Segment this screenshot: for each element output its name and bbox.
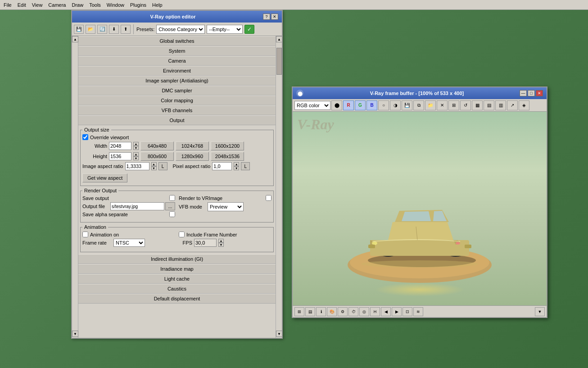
get-view-aspect-button[interactable]: Get view aspect	[82, 173, 127, 182]
save-alpha-checkbox[interactable]	[169, 211, 175, 217]
fb-folder-btn[interactable]: 📁	[425, 100, 436, 110]
image-aspect-up[interactable]: ▲	[151, 162, 157, 166]
browse-button[interactable]: ...	[165, 202, 175, 210]
category-select[interactable]: Choose Category	[156, 25, 205, 34]
section-color-mapping[interactable]: Color mapping	[78, 95, 276, 105]
section-output[interactable]: Output	[78, 115, 276, 125]
fb-bottom-btn3[interactable]: ℹ	[316, 307, 326, 316]
scroll-thumb[interactable]	[276, 48, 282, 75]
menu-item-plugins[interactable]: Plugins	[127, 2, 149, 8]
menu-item-edit[interactable]: Edit	[15, 2, 29, 8]
toolbar-open-btn[interactable]: 📂	[86, 25, 95, 34]
pixel-aspect-up[interactable]: ▲	[234, 162, 239, 166]
fb-bottom-btn8[interactable]: H	[370, 307, 380, 316]
apply-button[interactable]: ✓	[244, 25, 254, 34]
image-aspect-down[interactable]: ▼	[151, 166, 157, 170]
save-output-checkbox[interactable]	[169, 195, 175, 201]
fb-copy-btn[interactable]: ⧉	[413, 100, 424, 110]
menu-item-help[interactable]: Help	[149, 2, 165, 8]
preset-1024x768[interactable]: 1024x768	[176, 141, 209, 150]
image-aspect-input[interactable]	[125, 162, 149, 170]
section-caustics[interactable]: Caustics	[78, 284, 276, 294]
fps-down[interactable]: ▼	[218, 243, 224, 247]
width-up[interactable]: ▲	[133, 142, 139, 146]
fb-close-button[interactable]: ✕	[536, 90, 543, 96]
animation-on-checkbox[interactable]	[82, 232, 88, 237]
fb-half-circle-btn[interactable]: ◑	[390, 100, 401, 110]
vfb-mode-select[interactable]: Preview Full	[208, 202, 244, 211]
fb-bottom-btn7[interactable]: ◎	[359, 307, 369, 316]
toolbar-btn5[interactable]: ⬆	[121, 25, 131, 34]
fb-circle-btn[interactable]: ○	[378, 100, 389, 110]
include-frame-checkbox[interactable]	[179, 232, 185, 237]
width-input[interactable]	[109, 142, 131, 150]
fb-bottom-btn12[interactable]: ≋	[413, 307, 423, 316]
empty-select[interactable]: --Empty--	[207, 25, 243, 34]
output-file-input[interactable]	[110, 202, 164, 210]
right-scroll-up[interactable]: ▲	[276, 36, 282, 42]
section-light-cache[interactable]: Light cache	[78, 274, 276, 284]
height-input[interactable]	[109, 152, 131, 160]
render-to-vrimage-checkbox[interactable]	[266, 195, 271, 201]
fb-minimize-button[interactable]: —	[520, 90, 527, 96]
fb-restore-button[interactable]: □	[528, 90, 535, 96]
image-aspect-lock[interactable]: L	[158, 162, 167, 170]
fb-r-btn[interactable]: R	[343, 100, 354, 110]
section-irradiance-map[interactable]: Irradiance map	[78, 264, 276, 274]
section-system[interactable]: System	[78, 46, 276, 56]
menu-item-tools[interactable]: Tools	[86, 2, 104, 8]
pixel-aspect-input[interactable]	[212, 162, 232, 170]
fb-bottom-btn4[interactable]: 🎨	[327, 307, 337, 316]
frame-rate-select[interactable]: NTSC PAL Film Custom	[113, 239, 145, 247]
menu-item-camera[interactable]: Camera	[45, 2, 68, 8]
fb-tool7[interactable]: ◈	[519, 100, 529, 110]
fb-expand-button[interactable]: ▼	[535, 307, 545, 316]
section-camera[interactable]: Camera	[78, 56, 276, 66]
menu-item-view[interactable]: View	[29, 2, 45, 8]
color-mode-select[interactable]: RGB color Alpha Luminance	[294, 101, 330, 110]
fb-tool2[interactable]: ↺	[460, 100, 471, 110]
fb-bottom-btn9[interactable]: ◀	[381, 307, 391, 316]
fb-tool5[interactable]: ▥	[495, 100, 506, 110]
help-button[interactable]: ?	[263, 14, 270, 20]
height-up[interactable]: ▲	[133, 152, 139, 156]
fb-tool1[interactable]: ⊞	[448, 100, 459, 110]
section-vfb-channels[interactable]: VFB channels	[78, 105, 276, 115]
toolbar-refresh-btn[interactable]: 🔄	[97, 25, 107, 34]
toolbar-btn4[interactable]: ⬇	[109, 25, 119, 34]
preset-2048x1536[interactable]: 2048x1536	[211, 152, 244, 161]
fb-bottom-btn2[interactable]: ▤	[305, 307, 315, 316]
fb-save-btn[interactable]: 💾	[402, 100, 412, 110]
height-down[interactable]: ▼	[133, 156, 139, 160]
scroll-up-arrow[interactable]: ▲	[72, 36, 78, 42]
section-environment[interactable]: Environment	[78, 66, 276, 76]
toolbar-save-btn[interactable]: 💾	[74, 25, 84, 34]
preset-1600x1200[interactable]: 1600x1200	[211, 141, 244, 150]
section-default-displacement[interactable]: Default displacement	[78, 294, 276, 304]
fb-tool6[interactable]: ↗	[507, 100, 518, 110]
fb-sphere-btn[interactable]: ⬤	[331, 100, 342, 110]
section-global-switches[interactable]: Global switches	[78, 36, 276, 46]
fb-bottom-btn1[interactable]: ⊞	[294, 307, 304, 316]
section-image-sampler[interactable]: Image sampler (Antialiasing)	[78, 76, 276, 86]
fps-up[interactable]: ▲	[218, 239, 224, 243]
fb-bottom-btn5[interactable]: ⚙	[338, 307, 348, 316]
fb-tool3[interactable]: ▦	[472, 100, 483, 110]
fb-b-btn[interactable]: B	[366, 100, 377, 110]
section-indirect-gi[interactable]: Indirect illumination (GI)	[78, 254, 276, 264]
preset-640x480[interactable]: 640x480	[140, 141, 174, 150]
fb-bottom-btn10[interactable]: ▶	[392, 307, 402, 316]
menu-item-window[interactable]: Window	[104, 2, 127, 8]
width-down[interactable]: ▼	[133, 146, 139, 150]
section-dmc-sampler[interactable]: DMC sampler	[78, 86, 276, 95]
close-button[interactable]: ✕	[271, 14, 278, 20]
preset-1280x960[interactable]: 1280x960	[176, 152, 209, 161]
right-scroll-down[interactable]: ▼	[276, 331, 282, 337]
scroll-down-arrow[interactable]: ▼	[72, 331, 78, 337]
fb-x-btn[interactable]: ✕	[437, 100, 448, 110]
fb-g-btn[interactable]: G	[355, 100, 366, 110]
fb-bottom-btn11[interactable]: ⊡	[403, 307, 412, 316]
fb-bottom-btn6[interactable]: ⏱	[348, 307, 358, 316]
override-viewport-checkbox[interactable]	[82, 134, 88, 140]
pixel-aspect-down[interactable]: ▼	[234, 166, 239, 170]
